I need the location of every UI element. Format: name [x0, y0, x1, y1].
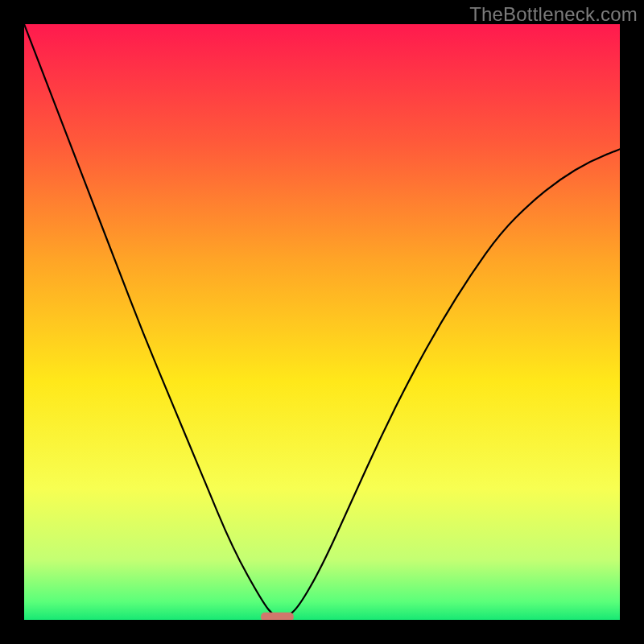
- watermark-label: TheBottleneck.com: [469, 3, 638, 26]
- gradient-background: [24, 24, 620, 620]
- chart-frame: TheBottleneck.com: [0, 0, 644, 644]
- dip-marker: [261, 613, 294, 620]
- bottleneck-chart: [24, 24, 620, 620]
